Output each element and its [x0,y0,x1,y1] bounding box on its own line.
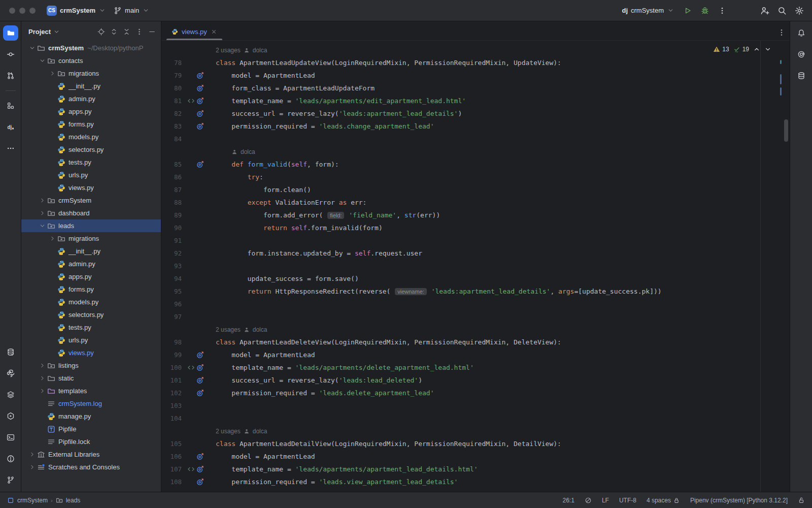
expand-all-button[interactable] [110,28,118,36]
line-number[interactable]: 88 [161,199,182,206]
code-line-94[interactable]: 94 update_success = form.save() [161,272,790,285]
tree-item-urls-py[interactable]: urls.py [21,334,161,346]
chev-right-icon[interactable] [38,375,47,382]
encoding-widget[interactable]: UTF-8 [619,497,636,504]
code-line-106[interactable]: 106 model = ApartmentLead [161,450,790,463]
project-tool-button[interactable] [3,25,18,41]
code-line-91[interactable]: 91 [161,234,790,247]
template-tags-gutter-icon[interactable] [187,364,195,371]
line-number[interactable]: 86 [161,173,182,181]
tree-item-migrations[interactable]: migrations [21,232,161,245]
indent-widget[interactable]: 4 spaces [647,497,680,504]
line-number[interactable]: 99 [161,351,182,359]
line-number[interactable]: 87 [161,186,182,194]
minimize-window-button[interactable] [19,8,25,14]
line-number[interactable]: 100 [161,364,182,371]
tree-item-tests-py[interactable]: tests.py [21,156,161,169]
run-configuration-selector[interactable]: dj crmSystem [618,5,678,16]
code-with-me-button[interactable] [757,3,772,18]
overrides-gutter-icon[interactable] [196,72,204,79]
tree-item-crmsystem-log[interactable]: crmSystem.log [21,397,161,410]
services-tool-button[interactable] [3,408,18,424]
overrides-gutter-icon[interactable] [196,122,204,130]
tree-item-admin-py[interactable]: admin.py [21,92,161,105]
line-number[interactable]: 101 [161,376,182,384]
code-line-85[interactable]: 85 def form_valid(self, form): [161,158,790,171]
line-number[interactable]: 85 [161,161,182,168]
line-number[interactable]: 90 [161,224,182,232]
code-line-104[interactable]: 104 [161,412,790,425]
chev-right-icon[interactable] [38,210,47,216]
select-opened-file-button[interactable] [97,28,105,36]
editor-options-button[interactable] [777,28,786,37]
code-line-107[interactable]: 107 template_name = 'leads/apartments/ap… [161,463,790,475]
tree-item-tests-py[interactable]: tests.py [21,321,161,334]
caret-position-widget[interactable]: 26:1 [563,497,574,504]
code-line-81[interactable]: 81 template_name = 'leads/apartments/edi… [161,94,790,107]
tree-item-views-py[interactable]: views.py [21,346,161,359]
overrides-gutter-icon[interactable] [196,84,204,92]
overrides-gutter-icon[interactable] [196,161,204,168]
line-number[interactable]: 83 [161,122,182,130]
tree-item-selectors-py[interactable]: selectors.py [21,143,161,156]
line-number[interactable]: 79 [161,72,182,79]
code-line-80[interactable]: 80 form_class = ApartmentLeadUpdateForm [161,82,790,94]
more-run-actions-button[interactable] [715,3,730,18]
commit-tool-button[interactable] [3,47,18,62]
code-line-89[interactable]: 89 form.add_error( field: 'field_name', … [161,209,790,221]
line-ending-widget[interactable]: LF [602,497,609,504]
code-line-90[interactable]: 90 return self.form_invalid(form) [161,221,790,234]
tree-item-static[interactable]: static [21,372,161,385]
tree-item-models-py[interactable]: models.py [21,131,161,143]
line-number[interactable]: 81 [161,97,182,105]
usages-hint[interactable]: 2 usages [216,428,241,435]
chev-right-icon[interactable] [48,235,57,242]
more-tool-windows-button[interactable] [3,141,18,156]
file-writable-toggle[interactable] [798,497,805,504]
problems-tool-button[interactable] [3,451,18,466]
structure-tool-button[interactable] [3,98,18,113]
tree-item-pipfile-lock[interactable]: Pipfile.lock [21,435,161,448]
highlighting-level-widget[interactable] [585,497,592,504]
line-number[interactable]: 80 [161,84,182,92]
line-number[interactable]: 94 [161,275,182,282]
project-view-selector[interactable]: Project [28,28,60,36]
code-line-96[interactable]: 96 [161,298,790,310]
editor-scrollbar[interactable] [784,119,788,142]
code-line-78[interactable]: 78class ApartmentLeadUpdateView(LoginReq… [161,56,790,69]
chev-right-icon[interactable] [38,362,47,369]
notifications-button[interactable] [794,25,809,41]
code-line-97[interactable]: 97 [161,310,790,323]
code-line-92[interactable]: 92 form.instance.updated_by = self.reque… [161,247,790,260]
code-line-108[interactable]: 108 permission_required = 'leads.view_ap… [161,475,790,488]
code-line-100[interactable]: 100 template_name = 'leads/apartments/de… [161,361,790,374]
database-tool-button[interactable] [3,344,18,360]
settings-button[interactable] [792,3,807,18]
next-problem-button[interactable] [764,46,771,53]
template-tags-gutter-icon[interactable] [187,465,195,473]
usages-hint[interactable]: 2 usages [216,47,241,54]
line-number[interactable]: 102 [161,389,182,397]
tree-item-migrations[interactable]: migrations [21,67,161,80]
line-number[interactable]: 95 [161,288,182,295]
terminal-tool-button[interactable] [3,430,18,445]
line-number[interactable]: 97 [161,313,182,321]
author-hint[interactable]: dolca [253,326,267,333]
tree-item--init-py[interactable]: __init__.py [21,245,161,258]
overrides-gutter-icon[interactable] [196,97,204,105]
code-line-88[interactable]: 88 except ValidationError as err: [161,196,790,209]
line-number[interactable]: 105 [161,440,182,448]
overrides-gutter-icon[interactable] [196,376,204,384]
usages-hint[interactable]: 2 usages [216,326,241,333]
code-line-105[interactable]: 105class ApartmentLeadDetailView(LoginRe… [161,437,790,450]
chev-right-icon[interactable] [38,197,47,204]
code-line-83[interactable]: 83 permission_required = 'leads.change_a… [161,120,790,133]
code-line-87[interactable]: 87 form.clean() [161,183,790,196]
line-number[interactable]: 108 [161,478,182,486]
tree-item-dashboard[interactable]: dashboard [21,207,161,219]
django-structure-tool-button[interactable]: dj [3,119,18,135]
chev-down-icon[interactable] [38,57,47,64]
overrides-gutter-icon[interactable] [196,478,204,486]
line-number[interactable]: 84 [161,135,182,143]
code-line-98[interactable]: 98class ApartmentLeadDeleteView(LoginReq… [161,336,790,348]
